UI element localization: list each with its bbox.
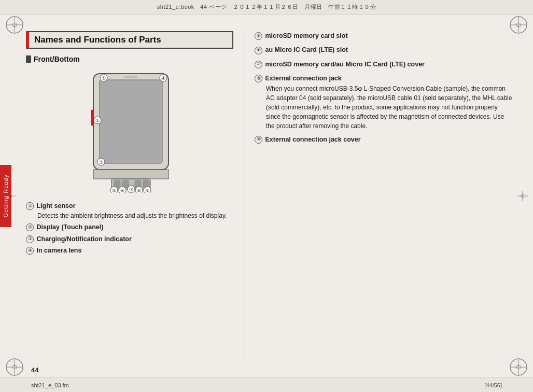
item-label-9: External connection jack cover — [265, 136, 360, 143]
item-detail-1: Detects the ambient brightness and adjus… — [26, 211, 233, 220]
right-item-7: ⑦ microSD memory card/au Micro IC Card (… — [255, 60, 512, 69]
list-item: ③ Charging/Notification indicator — [26, 234, 233, 244]
item-num-1: ① — [26, 202, 34, 210]
item-label-6: au Micro IC Card (LTE) slot — [265, 46, 348, 53]
item-num-2: ② — [26, 223, 34, 231]
svg-text:①: ① — [102, 76, 106, 81]
sidebar-label: Getting Ready — [3, 174, 9, 217]
sidebar-tab: Getting Ready — [0, 165, 11, 227]
page-num-text: 44 — [31, 366, 38, 374]
bottom-file: sht21_e_03.fm — [31, 382, 69, 388]
device-svg: ① ④ ② ③ ⑤ ⑥ — [62, 68, 197, 193]
item-num-3: ③ — [26, 235, 34, 243]
item-detail-8: When you connect microUSB-3.5φ L-Shaped … — [255, 84, 512, 131]
section-title: Front/Bottom — [34, 55, 80, 63]
svg-rect-24 — [124, 76, 137, 78]
item-num-7: ⑦ — [255, 61, 262, 68]
corner-bl — [4, 357, 25, 377]
svg-text:④: ④ — [161, 76, 165, 81]
page-title: Names and Functions of Parts — [34, 35, 227, 45]
item-num-6: ⑥ — [255, 47, 262, 54]
item-label-2: Display (Touch panel) — [36, 223, 103, 231]
right-item-8: ⑧ External connection jack When you conn… — [255, 74, 512, 130]
page-number: 44 — [31, 366, 38, 374]
item-num-4: ④ — [26, 247, 34, 255]
svg-text:⑥: ⑥ — [120, 188, 124, 193]
main-content: Names and Functions of Parts Front/Botto… — [26, 31, 512, 361]
top-strip-text: sht21_e.book 44 ページ ２０１２年１１月２６日 月曜日 午前１１… — [157, 3, 376, 11]
right-panel: ⑤ microSD memory card slot ⑥ au Micro IC… — [244, 31, 512, 361]
top-strip: sht21_e.book 44 ページ ２０１２年１１月２６日 月曜日 午前１１… — [0, 0, 533, 15]
item-label-1: Light sensor — [36, 202, 75, 209]
list-item: ① Light sensor Detects the ambient brigh… — [26, 201, 233, 220]
svg-text:⑦: ⑦ — [129, 187, 133, 192]
item-num-9: ⑨ — [255, 136, 262, 144]
device-diagram: ① ④ ② ③ ⑤ ⑥ — [26, 68, 233, 193]
svg-text:⑨: ⑨ — [145, 188, 149, 193]
bottom-bar: sht21_e_03.fm [44/56] — [0, 377, 533, 392]
svg-rect-23 — [100, 80, 162, 163]
item-num-8: ⑧ — [255, 75, 262, 82]
svg-rect-26 — [93, 170, 169, 179]
svg-text:②: ② — [95, 118, 100, 123]
svg-text:⑧: ⑧ — [137, 188, 141, 193]
left-desc-list: ① Light sensor Detects the ambient brigh… — [26, 201, 233, 256]
left-panel: Names and Functions of Parts Front/Botto… — [26, 31, 244, 361]
page: sht21_e.book 44 ページ ２０１２年１１月２６日 月曜日 午前１１… — [0, 0, 533, 392]
section-heading: Front/Bottom — [26, 55, 233, 63]
item-label-5: microSD memory card slot — [265, 32, 347, 39]
bottom-pages: [44/56] — [484, 382, 502, 388]
item-label-3: Charging/Notification indicator — [36, 235, 131, 243]
list-item: ④ In camera lens — [26, 246, 233, 256]
list-item: ② Display (Touch panel) — [26, 222, 233, 232]
item-label-7: microSD memory card/au Micro IC Card (LT… — [265, 61, 425, 68]
item-num-5: ⑤ — [255, 32, 262, 40]
right-item-9: ⑨ External connection jack cover — [255, 135, 512, 145]
title-box: Names and Functions of Parts — [26, 31, 233, 49]
svg-rect-25 — [91, 110, 93, 125]
right-item-6: ⑥ au Micro IC Card (LTE) slot — [255, 45, 512, 55]
right-item-5: ⑤ microSD memory card slot — [255, 31, 512, 41]
corner-tl — [4, 15, 25, 35]
item-label-4: In camera lens — [36, 247, 81, 254]
item-label-8: External connection jack — [265, 75, 341, 82]
svg-text:③: ③ — [99, 160, 103, 165]
crosshair-right — [517, 191, 528, 201]
section-bar — [26, 55, 31, 63]
svg-text:⑤: ⑤ — [112, 188, 116, 193]
